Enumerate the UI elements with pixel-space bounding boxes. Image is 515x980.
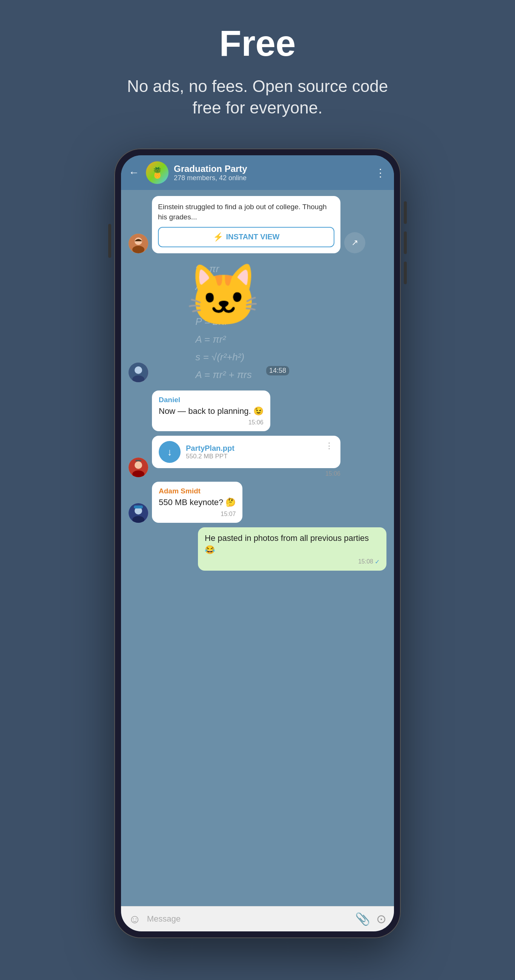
volume-button-mid — [404, 231, 407, 254]
file-meta: 15:06 — [152, 470, 340, 477]
chat-input-bar: ☺ Message 📎 ⊙ — [121, 906, 394, 931]
own-message-bubble: He pasted in photos from all previous pa… — [198, 527, 386, 571]
header-menu-icon[interactable]: ⋮ — [375, 167, 386, 179]
chat-body: Einstein struggled to find a job out of … — [121, 190, 394, 906]
message-check-icon: ✓ — [375, 558, 379, 565]
adam-message-bubble: Adam Smidt 550 MB keynote? 🤔 15:07 — [152, 482, 242, 523]
file-download-icon[interactable]: ↓ — [159, 441, 180, 463]
own-message-row: He pasted in photos from all previous pa… — [129, 527, 386, 571]
user-avatar-1 — [129, 234, 148, 253]
instant-view-label: INSTANT VIEW — [226, 232, 280, 241]
page-title: Free — [219, 22, 296, 64]
file-size: 550.2 MB PPT — [186, 453, 320, 460]
adam-message-text: 550 MB keynote? 🤔 — [159, 497, 236, 509]
svg-point-7 — [135, 461, 142, 469]
file-message-row: ↓ PartyPlan.ppt 550.2 MB PPT ⋮ 15:06 — [129, 436, 386, 477]
phone-shell: ← 🍍 Graduation Party 278 members, 42 onl… — [114, 148, 401, 938]
file-time: 15:06 — [325, 470, 340, 477]
svg-rect-13 — [134, 506, 143, 509]
side-button — [108, 224, 111, 258]
group-name: Graduation Party — [174, 164, 370, 174]
chat-header: ← 🍍 Graduation Party 278 members, 42 onl… — [121, 155, 394, 190]
user-avatar-3 — [129, 458, 148, 477]
user-avatar-4 — [129, 503, 148, 523]
group-avatar: 🍍 — [146, 161, 169, 184]
svg-rect-9 — [136, 460, 141, 461]
share-icon: ↗ — [351, 238, 358, 248]
sticker-message-row: t = πr A = V = l³ P = 2πr A = πr² s = √(… — [129, 262, 386, 382]
adam-message-meta: 15:07 — [159, 511, 236, 517]
svg-point-4 — [135, 366, 142, 374]
camera-button[interactable]: ⊙ — [376, 912, 386, 926]
file-menu-icon[interactable]: ⋮ — [325, 441, 334, 451]
group-members: 278 members, 42 online — [174, 174, 370, 182]
sticker-time: 14:58 — [266, 366, 289, 375]
back-button[interactable]: ← — [129, 167, 139, 179]
own-message-time: 15:08 — [358, 558, 373, 565]
link-preview-text: Einstein struggled to find a job out of … — [158, 202, 335, 222]
volume-button-top — [404, 201, 407, 224]
adam-sender-name: Adam Smidt — [159, 487, 236, 495]
instant-view-button[interactable]: ⚡ INSTANT VIEW — [158, 227, 335, 247]
file-message-bubble: ↓ PartyPlan.ppt 550.2 MB PPT ⋮ — [152, 436, 340, 468]
download-arrow: ↓ — [167, 446, 172, 458]
user-avatar-2 — [129, 363, 148, 382]
attach-button[interactable]: 📎 — [355, 912, 370, 926]
file-name: PartyPlan.ppt — [186, 444, 320, 453]
page-subtitle: No ads, no fees. Open source code free f… — [126, 75, 389, 118]
share-button[interactable]: ↗ — [344, 232, 365, 253]
volume-button-bot — [404, 262, 407, 284]
own-message-text: He pasted in photos from all previous pa… — [205, 533, 379, 556]
adam-message-time: 15:07 — [220, 511, 236, 517]
file-info: PartyPlan.ppt 550.2 MB PPT — [186, 444, 320, 460]
avatar-placeholder-daniel — [129, 412, 148, 431]
svg-point-2 — [132, 246, 144, 253]
daniel-message-text: Now — back to planning. 😉 — [159, 406, 263, 417]
daniel-message-bubble: Daniel Now — back to planning. 😉 15:06 — [152, 390, 270, 431]
daniel-message-meta: 15:06 — [159, 419, 263, 426]
chat-info: Graduation Party 278 members, 42 online — [174, 164, 370, 182]
lightning-icon: ⚡ — [213, 232, 223, 242]
adam-message-row: Adam Smidt 550 MB keynote? 🤔 15:07 — [129, 482, 386, 523]
link-preview-bubble: Einstein struggled to find a job out of … — [152, 196, 340, 253]
daniel-sender-name: Daniel — [159, 396, 263, 404]
own-message-meta: 15:08 ✓ — [205, 558, 379, 565]
sticker-container: t = πr A = V = l³ P = 2πr A = πr² s = √(… — [152, 266, 295, 379]
daniel-message-row: Daniel Now — back to planning. 😉 15:06 — [129, 390, 386, 431]
emoji-button[interactable]: ☺ — [129, 912, 141, 926]
daniel-message-time: 15:06 — [249, 419, 263, 426]
link-message-row: Einstein struggled to find a job out of … — [129, 196, 386, 253]
cat-sticker: 🐱 — [186, 266, 261, 379]
phone-wrapper: ← 🍍 Graduation Party 278 members, 42 onl… — [114, 148, 401, 938]
message-input[interactable]: Message — [147, 914, 349, 924]
phone-screen: ← 🍍 Graduation Party 278 members, 42 onl… — [121, 155, 394, 931]
